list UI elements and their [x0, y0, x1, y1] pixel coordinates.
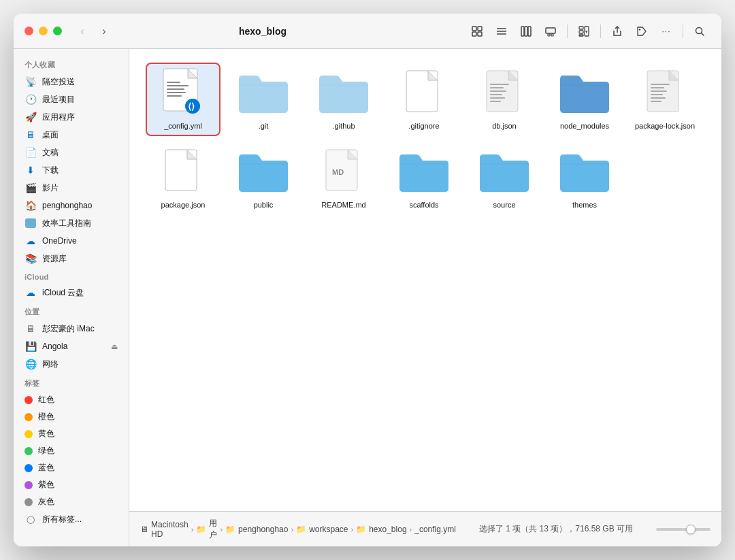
file-item-gitignore[interactable]: .gitignore	[387, 63, 461, 136]
gitignore-file-icon	[399, 68, 448, 117]
group-icon: ▾	[578, 26, 589, 37]
eject-icon[interactable]: ⏏	[111, 342, 118, 351]
size-slider-thumb[interactable]	[686, 525, 696, 534]
sidebar-item-imac[interactable]: 🖥 彭宏豪的 iMac	[16, 320, 126, 337]
sidebar-item-angola[interactable]: 💾 Angola ⏏	[16, 337, 126, 355]
sidebar-item-recent[interactable]: 🕐 最近项目	[16, 90, 126, 108]
window-title: hexo_blog	[67, 26, 458, 37]
columns-icon	[521, 26, 532, 37]
file-item-db-json[interactable]: db.json	[467, 63, 542, 136]
sidebar-item-penghonghao[interactable]: 🏠 penghonghao	[16, 197, 126, 214]
sidebar-label-penghonghao: penghonghao	[42, 201, 118, 210]
personal-section-label: 个人收藏	[14, 54, 129, 73]
orange-dot	[24, 413, 33, 421]
file-item-config[interactable]: ⟨⟩ _config.yml	[146, 63, 220, 136]
sidebar-item-airdrop[interactable]: 📡 隔空投送	[16, 73, 126, 90]
file-item-public[interactable]: public	[226, 142, 301, 215]
file-item-scaffolds[interactable]: scaffolds	[387, 142, 461, 215]
file-item-themes[interactable]: themes	[547, 142, 622, 215]
breadcrumb-workspace[interactable]: 📁 workspace	[296, 525, 348, 534]
macintosh-icon: 🖥	[140, 525, 148, 534]
file-item-package-lock[interactable]: package-lock.json	[627, 63, 702, 136]
svg-rect-43	[651, 101, 662, 102]
svg-rect-36	[490, 101, 501, 102]
file-item-github[interactable]: .github	[306, 63, 381, 136]
sidebar-label-gray: 灰色	[38, 496, 118, 508]
svg-rect-42	[651, 97, 666, 99]
macintosh-label: Macintosh HD	[151, 520, 189, 539]
sidebar-label-network: 网络	[42, 359, 118, 370]
db-json-file-icon	[480, 68, 529, 117]
breadcrumb-users[interactable]: 📁 用户	[196, 518, 217, 541]
sidebar-item-apps[interactable]: 🚀 应用程序	[16, 108, 126, 126]
sidebar-item-tools[interactable]: 效率工具指南	[16, 214, 126, 232]
breadcrumb-penghonghao[interactable]: 📁 penghonghao	[225, 525, 288, 534]
share-button[interactable]	[606, 22, 628, 41]
share-icon	[612, 26, 623, 37]
view-grid-button[interactable]	[466, 22, 488, 41]
minimize-button[interactable]	[39, 27, 48, 35]
hexo-blog-label: hexo_blog	[369, 525, 406, 534]
sidebar-item-tag-gray[interactable]: 灰色	[16, 493, 126, 510]
more-button[interactable]: ···	[655, 22, 677, 41]
breadcrumb-hexo-blog[interactable]: 📁 hexo_blog	[356, 525, 406, 534]
sidebar-item-tag-purple[interactable]: 紫色	[16, 476, 126, 493]
group-button[interactable]: ▾	[573, 22, 595, 41]
imac-icon: 🖥	[24, 323, 37, 335]
sidebar-label-angola: Angola	[42, 342, 105, 351]
size-slider[interactable]	[656, 528, 710, 531]
sidebar-item-desktop[interactable]: 🖥 桌面	[16, 126, 126, 144]
sidebar-label-recent: 最近项目	[42, 94, 118, 105]
sidebar-label-yellow: 黄色	[38, 428, 118, 440]
downloads-icon: ⬇	[24, 164, 37, 176]
green-dot	[24, 447, 33, 455]
tag-button[interactable]	[631, 22, 653, 41]
sidebar-item-tag-orange[interactable]: 橙色	[16, 408, 126, 425]
sidebar-label-docs: 文稿	[42, 147, 118, 159]
sidebar-item-downloads[interactable]: ⬇ 下载	[16, 161, 126, 179]
sidebar-item-docs[interactable]: 📄 文稿	[16, 144, 126, 161]
node-modules-folder-icon	[560, 68, 609, 117]
view-gallery-button[interactable]	[540, 22, 561, 41]
sidebar-item-movies[interactable]: 🎬 影片	[16, 179, 126, 197]
close-button[interactable]	[24, 27, 33, 35]
svg-rect-14	[579, 31, 583, 33]
tools-icon	[24, 217, 37, 229]
file-item-source[interactable]: source	[467, 142, 542, 215]
icloud-section-label: iCloud	[14, 267, 129, 284]
svg-rect-31	[490, 84, 509, 85]
readme-file-icon: MD	[319, 147, 368, 196]
svg-rect-33	[490, 90, 506, 92]
sidebar: 个人收藏 📡 隔空投送 🕐 最近项目 🚀 应用程序 🖥 桌面 📄 文稿	[14, 49, 129, 546]
view-list-button[interactable]	[491, 22, 512, 41]
file-item-git[interactable]: .git	[226, 63, 301, 136]
file-grid: ⟨⟩ _config.yml .git	[129, 49, 721, 511]
file-item-package-json[interactable]: package.json	[146, 142, 220, 215]
sidebar-label-airdrop: 隔空投送	[42, 76, 118, 88]
apps-icon: 🚀	[24, 111, 37, 123]
maximize-button[interactable]	[53, 27, 62, 35]
sidebar-item-all-tags[interactable]: ◯ 所有标签...	[16, 510, 126, 528]
sidebar-item-onedrive[interactable]: ☁ OneDrive	[16, 232, 126, 250]
gray-dot	[24, 498, 33, 506]
scaffolds-folder-label: scaffolds	[409, 200, 438, 210]
search-button[interactable]	[689, 22, 710, 41]
git-folder-icon	[239, 68, 288, 117]
sidebar-item-library[interactable]: 📚 资源库	[16, 250, 126, 267]
sidebar-item-tag-red[interactable]: 红色	[16, 391, 126, 408]
svg-rect-2	[472, 32, 476, 36]
sidebar-item-icloud[interactable]: ☁ iCloud 云盘	[16, 284, 126, 301]
sep-2: ›	[220, 525, 223, 533]
sidebar-item-tag-yellow[interactable]: 黄色	[16, 425, 126, 442]
sidebar-item-network[interactable]: 🌐 网络	[16, 355, 126, 373]
breadcrumb-macintosh[interactable]: 🖥 Macintosh HD	[140, 520, 189, 539]
sidebar-item-tag-blue[interactable]: 蓝色	[16, 459, 126, 476]
sep-3: ›	[291, 525, 293, 533]
public-folder-label: public	[254, 200, 274, 210]
breadcrumb-config-file[interactable]: _config.yml	[414, 525, 456, 534]
sidebar-item-tag-green[interactable]: 绿色	[16, 442, 126, 459]
file-item-node-modules[interactable]: node_modules	[547, 63, 622, 136]
divider-1	[567, 24, 568, 38]
file-item-readme[interactable]: MD README.md	[306, 142, 381, 215]
view-columns-button[interactable]	[515, 22, 537, 41]
